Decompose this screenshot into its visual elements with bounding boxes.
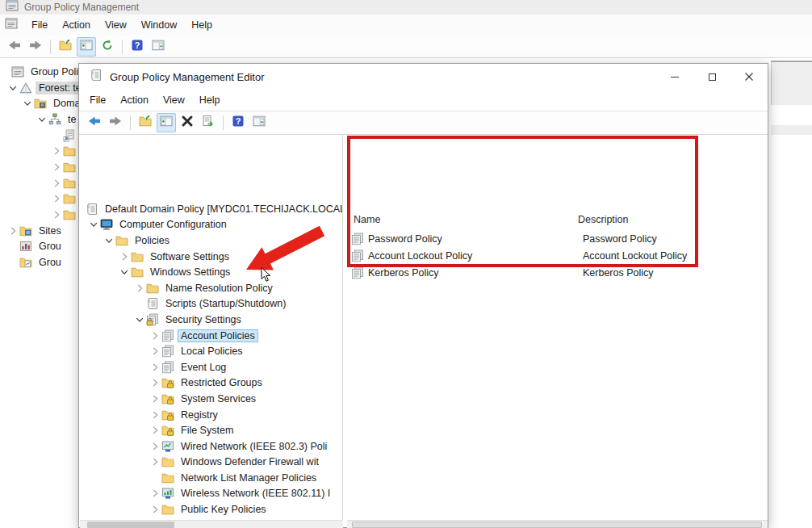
editor-tree-item-local-policies[interactable]: Local Policies — [79, 343, 342, 359]
chevron-right-icon[interactable] — [149, 329, 161, 342]
chevron-right-icon[interactable] — [149, 409, 161, 421]
refresh-button[interactable] — [98, 37, 117, 57]
list-pane-hscrollbar[interactable] — [347, 520, 768, 528]
editor-tree-item-windows-settings[interactable]: Windows Settings — [79, 264, 342, 280]
editor-menu-file[interactable]: File — [82, 92, 113, 108]
chevron-right-icon[interactable] — [133, 282, 146, 295]
editor-menu-help[interactable]: Help — [192, 92, 228, 108]
editor-tree-item-security-settings[interactable]: Security Settings — [79, 312, 342, 328]
editor-tree-item-scripts-startup-shutdown[interactable]: Scripts (Startup/Shutdown) — [79, 296, 342, 312]
chevron-right-icon[interactable] — [149, 424, 161, 437]
back-button[interactable] — [85, 113, 104, 132]
chevron-right-icon[interactable] — [149, 455, 161, 468]
editor-tree-item-account-policies[interactable]: Account Policies — [79, 328, 342, 344]
editor-tree-item-policies[interactable]: Policies — [79, 233, 342, 249]
editor-tree-label: Local Policies — [178, 345, 245, 358]
editor-menu-view[interactable]: View — [156, 92, 192, 108]
show-action-pane-button[interactable] — [249, 113, 269, 132]
editor-tree-item-name-resolution-policy[interactable]: Name Resolution Policy — [79, 280, 342, 296]
column-header-description[interactable]: Description — [578, 214, 629, 225]
editor-titlebar[interactable]: Group Policy Management Editor — [79, 64, 768, 90]
show-console-tree-button[interactable] — [157, 113, 176, 132]
editor-tree-label: Computer Configuration — [116, 218, 230, 231]
editor-menu-action[interactable]: Action — [113, 92, 156, 108]
chevron-down-icon[interactable] — [133, 313, 146, 326]
maximize-icon — [709, 73, 716, 81]
show-console-tree-button[interactable] — [77, 37, 96, 57]
chevron-spacer — [6, 256, 19, 269]
up-one-level-button[interactable] — [56, 37, 75, 57]
chevron-spacer — [6, 240, 19, 253]
chevron-down-icon[interactable] — [36, 113, 48, 126]
chevron-down-icon[interactable] — [118, 266, 131, 279]
gpo-icon — [86, 203, 98, 216]
editor-tree-item-computer-configuration[interactable]: Computer Configuration — [79, 217, 342, 233]
list-item-password-policy[interactable]: Password PolicyPassword Policy — [351, 230, 768, 247]
help-button[interactable]: ? — [128, 37, 147, 57]
help-button[interactable]: ? — [228, 113, 248, 132]
delete-x-icon — [181, 115, 194, 131]
maximize-button[interactable] — [693, 64, 730, 90]
chevron-right-icon[interactable] — [149, 376, 161, 389]
chevron-down-icon[interactable] — [6, 82, 19, 94]
security-icon — [146, 313, 159, 326]
chevron-right-icon[interactable] — [6, 224, 19, 237]
chevron-right-icon[interactable] — [50, 145, 63, 157]
close-icon — [745, 73, 753, 81]
bg-menu-view[interactable]: View — [98, 17, 134, 33]
editor-tree-item-registry[interactable]: Registry — [79, 407, 342, 423]
folder-lock-icon — [161, 424, 174, 437]
close-button[interactable] — [730, 64, 768, 90]
folder-up-icon — [59, 39, 72, 55]
chevron-down-icon[interactable] — [21, 97, 34, 110]
bg-menu-window[interactable]: Window — [134, 17, 184, 33]
editor-tree-item-public-key-policies[interactable]: Public Key Policies — [79, 501, 342, 518]
chevron-right-icon[interactable] — [149, 361, 161, 374]
chevron-right-icon[interactable] — [149, 440, 161, 453]
bg-menu-action[interactable]: Action — [55, 17, 98, 33]
editor-tree-item-software-settings[interactable]: Software Settings — [79, 249, 342, 265]
editor-tree-item-file-system[interactable]: File System — [79, 422, 342, 438]
chevron-right-icon[interactable] — [149, 503, 161, 516]
editor-tree-label: Default Domain Policy [MYDC01.TECHIJACK.… — [102, 203, 343, 216]
chevron-right-icon[interactable] — [149, 392, 161, 405]
editor-tree-item-wired-network-ieee-802-3-poli[interactable]: Wired Network (IEEE 802.3) Poli — [79, 438, 342, 455]
minimize-button[interactable] — [656, 64, 693, 90]
tree-hscroll-thumb[interactable] — [87, 522, 174, 528]
delete-button[interactable] — [178, 113, 197, 132]
chevron-down-icon[interactable] — [87, 218, 100, 231]
tree-pane-hscrollbar[interactable] — [80, 520, 343, 528]
up-one-level-button[interactable] — [136, 113, 155, 132]
bg-menu-help[interactable]: Help — [184, 17, 220, 33]
chevron-right-icon[interactable] — [50, 192, 63, 205]
chevron-right-icon[interactable] — [50, 208, 63, 221]
export-list-button[interactable] — [199, 113, 218, 132]
list-item-kerberos-policy[interactable]: Kerberos PolicyKerberos Policy — [351, 264, 768, 281]
chevron-right-icon[interactable] — [118, 250, 131, 263]
chevron-right-icon[interactable] — [50, 161, 63, 174]
list-hscroll-thumb[interactable] — [352, 522, 762, 528]
show-action-pane-button[interactable] — [149, 37, 168, 57]
gpmc-app-icon — [6, 0, 19, 15]
editor-tree-item-default-domain-policy-mydc01-techijack-local[interactable]: Default Domain Policy [MYDC01.TECHIJACK.… — [79, 201, 342, 217]
forward-button[interactable] — [26, 37, 45, 57]
help-icon: ? — [232, 115, 245, 131]
back-button[interactable] — [5, 37, 24, 57]
editor-tree-item-wireless-network-ieee-802-11-i[interactable]: Wireless Network (IEEE 802.11) I — [79, 486, 342, 502]
list-item-account-lockout-policy[interactable]: Account Lockout PolicyAccount Lockout Po… — [351, 247, 768, 264]
chevron-right-icon[interactable] — [149, 345, 161, 358]
column-header-name[interactable]: Name — [354, 214, 380, 225]
editor-tree-label: Name Resolution Policy — [162, 282, 276, 295]
editor-tree-label: Public Key Policies — [178, 503, 270, 516]
editor-tree-item-network-list-manager-policies[interactable]: Network List Manager Policies — [79, 470, 342, 486]
chevron-right-icon[interactable] — [149, 487, 161, 500]
editor-tree-item-windows-defender-firewall-wit[interactable]: Windows Defender Firewall wit — [79, 455, 342, 471]
chevron-right-icon[interactable] — [50, 177, 63, 190]
forward-button[interactable] — [106, 113, 125, 132]
editor-tree-item-system-services[interactable]: System Services — [79, 391, 342, 407]
chevron-down-icon[interactable] — [103, 234, 115, 247]
editor-tree-item-restricted-groups[interactable]: Restricted Groups — [79, 375, 342, 392]
bg-menu-file[interactable]: File — [24, 17, 55, 33]
editor-tree-item-event-log[interactable]: Event Log — [79, 359, 342, 375]
editor-tree-label: Software Settings — [147, 250, 232, 263]
